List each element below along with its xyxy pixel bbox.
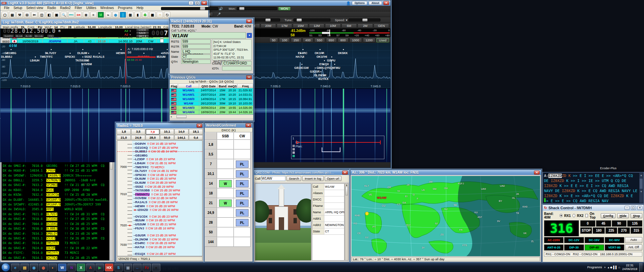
auto-button[interactable]: Auto — [625, 237, 642, 243]
spectrum-callsign[interactable]: S53IZ — [84, 55, 92, 58]
vlc-icon[interactable]: ● — [152, 264, 160, 271]
band-gen[interactable]: GEN — [374, 24, 389, 28]
lock-button[interactable]: LOCK — [136, 29, 149, 31]
rotor-180[interactable]: 180 — [593, 227, 604, 234]
worked-ssb-cell[interactable] — [217, 218, 234, 227]
antenna-off-button[interactable]: Ant. Off — [625, 244, 642, 251]
worked-titlebar[interactable]: Worked/Confirmed ✕ — [205, 123, 253, 128]
shack-titlebar[interactable]: ↻ Shack Control - IW7DMH ─ ▢ ✕ — [543, 205, 644, 211]
bandmap-tab-144-1[interactable]: 144,1 — [174, 135, 189, 140]
menu-item-radio[interactable]: Radio — [46, 6, 58, 10]
bandmap-tab-1-8[interactable]: 1,8 — [117, 129, 131, 135]
spectrum-callsign[interactable]: DK5KK — [338, 51, 347, 55]
antenna-ant-6-20[interactable]: ANT-6-20 — [544, 244, 564, 251]
spectrum-callsign[interactable]: IK2TKX — [318, 77, 328, 81]
rotor-225[interactable]: 225 — [605, 227, 617, 234]
radio1-titlebar[interactable]: Radio1 (24/06/2019 20:31) ✕ — [170, 18, 253, 24]
bandmap-spot[interactable]: –GB19BG — [133, 154, 148, 157]
qrz-field-value[interactable] — [324, 203, 344, 209]
shack-minimize-button[interactable]: ─ — [625, 206, 630, 210]
stop-button[interactable]: Stop — [631, 213, 642, 218]
exit-icon[interactable]: ⎋ — [164, 12, 170, 18]
spectrum-callsign[interactable]: I1BPU — [327, 59, 335, 62]
prev-qso-row[interactable]: W1AW/125/07/201420M10:2014.033.01 — [170, 93, 253, 97]
band-2m[interactable]: 2M — [358, 24, 373, 28]
prev-col-meqs[interactable]: meQS — [227, 84, 237, 88]
bandmap-spot[interactable]: –IB2UM!! CW 19 dB 22 WPM — [133, 219, 175, 222]
about-button[interactable]: About — [369, 1, 382, 5]
tune-cursor[interactable] — [125, 43, 126, 84]
save-icon[interactable]: ▾ — [247, 33, 252, 38]
prevqsos-hscrollbar[interactable]: ◂ — [170, 115, 253, 118]
bandmap-spot[interactable]: –IV3VBM!! CW 22 dB 34 WPM — [133, 196, 177, 200]
vfo-btn-ab[interactable]: A->B — [24, 34, 33, 38]
filter-50[interactable]: 50 — [269, 38, 278, 42]
app-grey-icon[interactable]: ▣ — [124, 264, 132, 271]
recorder-icon[interactable]: ▶ — [96, 264, 104, 271]
config-button[interactable]: Config — [601, 213, 615, 218]
ie-icon[interactable]: e — [11, 264, 19, 271]
prev-qso-row[interactable]: W1AW/014/09/201417M18:1518.084.91 — [170, 97, 253, 101]
sliders-icon[interactable]: ≡ — [90, 12, 97, 18]
cw-decoder-window[interactable]: A:IZ0XZDZD K >> E I >> EE E >> <AR>*Q CQ… — [542, 172, 644, 204]
menu-item-programs[interactable]: Programs — [116, 6, 134, 10]
worked-ssb-cell[interactable] — [217, 149, 234, 159]
antenna-dip-40[interactable]: DIP-40 — [585, 244, 604, 251]
qrz-field-value[interactable]: ARRL HQ OPERATORS CLUB — [324, 209, 344, 215]
antenna-icon[interactable]: ⌁ — [105, 12, 111, 18]
worked-cw-cell[interactable]: PL — [234, 169, 251, 179]
filter-1000[interactable]: 1000 — [350, 38, 362, 42]
filter-250[interactable]: 250 — [291, 38, 302, 42]
worked-cw-cell[interactable] — [234, 149, 251, 159]
telnet-console[interactable]: DX de SR4I-#: 7017.5 IV3VBM ** CW 22 dB … — [1, 153, 113, 261]
filter-100[interactable]: 100 — [279, 38, 290, 42]
bandmap-spot[interactable]: –HA7UI!! CW 20 dB 28 WPM — [133, 245, 175, 249]
bandmap-spot[interactable]: –DG9VH!! CW 16 dB 19 WPM — [133, 142, 176, 145]
skype-icon[interactable]: S — [114, 264, 123, 271]
chrome-icon[interactable]: ◍ — [39, 264, 48, 271]
bandmap-tab-10-1[interactable]: 10,1 — [160, 129, 174, 135]
spectrum-callsign[interactable]: LB4UH — [30, 59, 39, 62]
loghx-titlebar[interactable]: HX LogHX v.3.0 build 480 (SFI=67 A=10 K=… — [0, 0, 208, 6]
excel-icon[interactable]: X — [77, 264, 85, 271]
sync-icon[interactable]: ♻ — [142, 12, 148, 18]
spectrum-callsign[interactable]: OK1FR — [315, 51, 324, 55]
chart-icon[interactable]: ▥ — [127, 12, 133, 18]
tray-icon-1[interactable]: ◆ — [610, 266, 613, 269]
power-dc-12v[interactable]: DC-12V — [564, 237, 584, 243]
shack-maximize-button[interactable]: ▢ — [631, 206, 636, 210]
onenote-icon[interactable]: N — [67, 264, 76, 271]
field-input[interactable]: L HQ OPERATORS CLUB — [181, 49, 211, 54]
bandmap-spot[interactable]: –DL7USY!! CW 24 dB 31 WPM — [133, 169, 177, 173]
vfo-btn-subrx[interactable]: SubRX — [3, 34, 14, 38]
filter-page-icon[interactable]: ⊟ — [24, 12, 30, 18]
bandmap-tab-3-5[interactable]: 3,5 — [131, 129, 145, 135]
worked-cw-cell[interactable]: PL — [234, 218, 251, 227]
bandmap-spot[interactable]: –SP5CKI!! CW 18 dB 12 WPM — [133, 173, 176, 177]
band-6m[interactable]: 6M — [341, 24, 357, 28]
prev-qso-row[interactable]: W1AW/418/09/201420M19:4414.026.16 — [170, 110, 253, 115]
bandmap-spot[interactable]: –SQ9FMU!! CW 21 dB 24 WPM — [133, 256, 178, 256]
shack-close-button[interactable]: ✕ — [637, 206, 642, 210]
prevqsos-header[interactable]: FlagCallQSO DateBandmeQSFreq — [170, 84, 253, 88]
spectrum-callsign[interactable]: SP5CKI — [65, 55, 75, 58]
band-10m[interactable]: 10M — [325, 24, 340, 28]
menu-item-windows[interactable]: Windows — [99, 6, 116, 10]
rotor-45[interactable]: 45 — [596, 220, 611, 227]
globe-icon[interactable]: ◍ — [112, 12, 119, 18]
bandmap-spot[interactable]: –I4EWH!! CW 26 dB 28 WPM — [133, 205, 175, 208]
azmap-close-button[interactable]: ✕ — [534, 171, 540, 175]
spectrum-callsign[interactable]: IB2UM — [157, 55, 165, 58]
filter-used[interactable]: Used — [376, 38, 389, 42]
worked-cw-cell[interactable]: PL — [234, 179, 251, 188]
bandmap-tab-28-0[interactable]: 28,0 — [146, 135, 160, 140]
start-button[interactable]: ⊞ — [1, 263, 10, 272]
worked-ssb-cell[interactable] — [217, 237, 234, 247]
iota-field[interactable] — [222, 66, 252, 71]
toolbar-label[interactable]: Programmi — [587, 266, 602, 269]
worked-ssb-cell[interactable] — [217, 188, 234, 198]
menu-item-utilites[interactable]: Utilites — [85, 6, 98, 10]
list-icon[interactable]: ≣ — [83, 12, 89, 18]
mon-slider[interactable] — [237, 7, 277, 10]
power-dc-50v[interactable]: DC-50V — [605, 237, 624, 243]
